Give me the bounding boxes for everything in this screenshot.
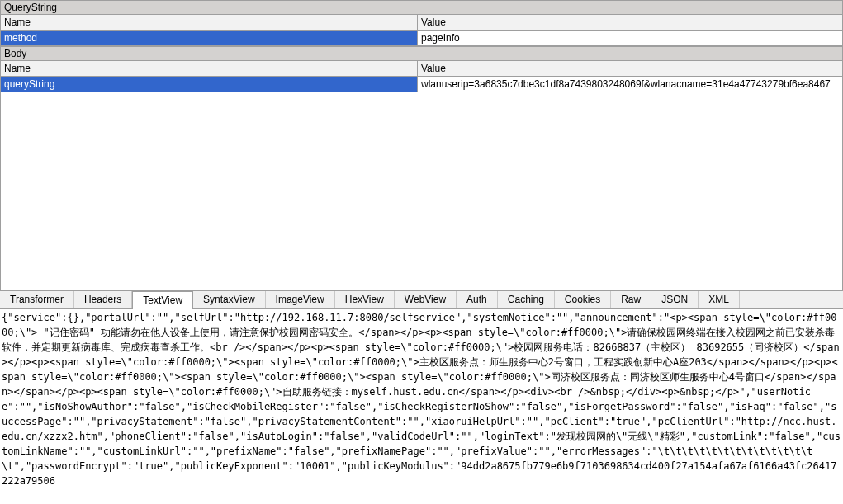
tab-caching[interactable]: Caching (498, 291, 555, 308)
response-tabstrip: Transformer Headers TextView SyntaxView … (0, 290, 843, 309)
body-row[interactable]: queryString wlanuserip=3a6835c7dbe3c1df8… (0, 77, 843, 92)
tab-syntaxview[interactable]: SyntaxView (193, 291, 265, 308)
tab-webview[interactable]: WebView (395, 291, 457, 308)
tab-xml[interactable]: XML (699, 291, 740, 308)
body-grid-header: Name Value (0, 61, 843, 77)
body-row-name: queryString (1, 77, 418, 92)
column-header-name[interactable]: Name (1, 61, 418, 76)
column-header-value[interactable]: Value (418, 15, 842, 30)
section-querystring-header: QueryString (0, 0, 843, 15)
column-header-name[interactable]: Name (1, 15, 418, 30)
body-grid-empty-area (0, 92, 843, 290)
tab-headers[interactable]: Headers (74, 291, 132, 308)
querystring-row-value: pageInfo (418, 31, 842, 45)
tab-imageview[interactable]: ImageView (266, 291, 335, 308)
textview-content[interactable]: {"service":{},"portalUrl":"","selfUrl":"… (0, 309, 843, 490)
querystring-row[interactable]: method pageInfo (0, 31, 843, 46)
querystring-grid-header: Name Value (0, 15, 843, 31)
tab-cookies[interactable]: Cookies (555, 291, 611, 308)
tab-auth[interactable]: Auth (457, 291, 498, 308)
tab-textview[interactable]: TextView (132, 291, 193, 309)
body-row-value: wlanuserip=3a6835c7dbe3c1df8a74398032480… (418, 77, 842, 92)
tab-hexview[interactable]: HexView (335, 291, 395, 308)
tab-raw[interactable]: Raw (611, 291, 651, 308)
column-header-value[interactable]: Value (418, 61, 842, 76)
tab-json[interactable]: JSON (651, 291, 699, 308)
section-body-header: Body (0, 46, 843, 61)
tab-transformer[interactable]: Transformer (0, 291, 74, 308)
querystring-row-name: method (1, 31, 418, 45)
